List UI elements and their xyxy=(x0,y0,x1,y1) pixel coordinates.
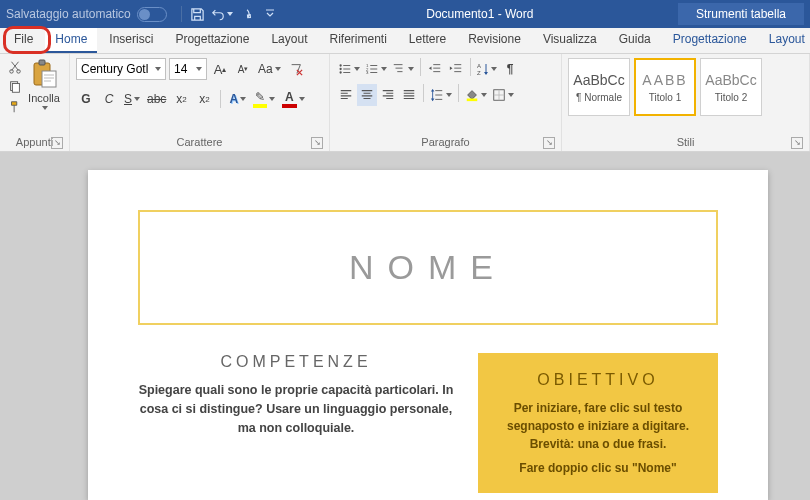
paste-dropdown-icon[interactable] xyxy=(42,106,48,110)
tab-file[interactable]: File xyxy=(4,28,43,53)
svg-rect-15 xyxy=(467,99,478,102)
style-titolo1[interactable]: AABB Titolo 1 xyxy=(634,58,696,116)
text-effects-icon[interactable]: A xyxy=(227,88,248,110)
obiettivo-section[interactable]: OBIETTIVO Per iniziare, fare clic sul te… xyxy=(478,353,718,493)
titlebar: Salvataggio automatico Documento1 - Word… xyxy=(0,0,810,28)
obiettivo-body1[interactable]: Per iniziare, fare clic sul testo segnap… xyxy=(494,399,702,453)
superscript-button[interactable]: x2 xyxy=(194,88,214,110)
tab-layout[interactable]: Layout xyxy=(261,28,317,53)
autosave-label: Salvataggio automatico xyxy=(6,7,131,21)
tab-guida[interactable]: Guida xyxy=(609,28,661,53)
font-launcher-icon[interactable]: ↘ xyxy=(311,137,323,149)
tab-progettazione[interactable]: Progettazione xyxy=(165,28,259,53)
style-normale[interactable]: AaBbCc ¶ Normale xyxy=(568,58,630,116)
italic-button[interactable]: C xyxy=(99,88,119,110)
shading-icon[interactable] xyxy=(463,84,489,106)
save-icon[interactable] xyxy=(187,3,209,25)
group-label-font: Carattere xyxy=(177,136,223,148)
tab-visualizza[interactable]: Visualizza xyxy=(533,28,607,53)
competenze-body[interactable]: Spiegare quali sono le proprie capacità … xyxy=(138,381,454,437)
ribbon: Incolla Appunti↘ Century Gotl 14 A▴ A▾ A… xyxy=(0,54,810,152)
borders-icon[interactable] xyxy=(490,84,516,106)
paste-label[interactable]: Incolla xyxy=(28,92,60,104)
svg-text:Z: Z xyxy=(477,70,481,76)
underline-button[interactable]: S xyxy=(122,88,142,110)
svg-point-8 xyxy=(339,68,341,70)
paste-icon[interactable] xyxy=(28,58,60,90)
highlight-icon[interactable]: ✎ xyxy=(251,88,277,110)
document-area: NOME COMPETENZE Spiegare quali sono le p… xyxy=(0,152,810,500)
align-center-icon[interactable] xyxy=(357,84,377,106)
increase-indent-icon[interactable] xyxy=(446,58,466,80)
tab-inserisci[interactable]: Inserisci xyxy=(99,28,163,53)
name-placeholder-box[interactable]: NOME xyxy=(138,210,718,325)
group-clipboard: Incolla Appunti↘ xyxy=(0,54,70,151)
svg-point-9 xyxy=(339,71,341,73)
table-tools-context: Strumenti tabella xyxy=(678,3,804,25)
svg-rect-3 xyxy=(12,84,19,93)
font-size-select[interactable]: 14 xyxy=(169,58,207,80)
group-label-styles: Stili xyxy=(677,136,695,148)
sort-icon[interactable]: AZ xyxy=(475,58,499,80)
redo-icon[interactable] xyxy=(235,3,257,25)
group-label-clipboard: Appunti xyxy=(16,136,53,148)
undo-icon[interactable] xyxy=(211,3,233,25)
obiettivo-heading[interactable]: OBIETTIVO xyxy=(494,371,702,389)
competenze-heading[interactable]: COMPETENZE xyxy=(138,353,454,371)
svg-text:A: A xyxy=(477,63,481,69)
tab-table-progettazione[interactable]: Progettazione xyxy=(663,28,757,53)
svg-text:3: 3 xyxy=(366,70,369,75)
grow-font-icon[interactable]: A▴ xyxy=(210,58,230,80)
bold-button[interactable]: G xyxy=(76,88,96,110)
tab-lettere[interactable]: Lettere xyxy=(399,28,456,53)
font-color-icon[interactable]: A xyxy=(280,88,307,110)
shrink-font-icon[interactable]: A▾ xyxy=(233,58,253,80)
justify-icon[interactable] xyxy=(399,84,419,106)
tab-table-layout[interactable]: Layout xyxy=(759,28,810,53)
bullets-icon[interactable] xyxy=(336,58,362,80)
decrease-indent-icon[interactable] xyxy=(425,58,445,80)
paragraph-launcher-icon[interactable]: ↘ xyxy=(543,137,555,149)
svg-point-7 xyxy=(339,64,341,66)
clipboard-launcher-icon[interactable]: ↘ xyxy=(51,137,63,149)
tab-riferimenti[interactable]: Riferimenti xyxy=(319,28,396,53)
document-title: Documento1 - Word xyxy=(282,7,678,21)
group-paragraph: 123 AZ ¶ Paragrafo↘ xyxy=(330,54,562,151)
ribbon-tabs: File Home Inserisci Progettazione Layout… xyxy=(0,28,810,54)
group-styles: AaBbCc ¶ Normale AABB Titolo 1 AaBbCc Ti… xyxy=(562,54,810,151)
group-label-paragraph: Paragrafo xyxy=(421,136,469,148)
line-spacing-icon[interactable] xyxy=(428,84,454,106)
svg-rect-5 xyxy=(39,60,45,65)
show-marks-icon[interactable]: ¶ xyxy=(500,58,520,80)
name-text[interactable]: NOME xyxy=(140,248,716,287)
styles-launcher-icon[interactable]: ↘ xyxy=(791,137,803,149)
tab-home[interactable]: Home xyxy=(45,28,97,53)
svg-rect-6 xyxy=(42,71,56,87)
format-painter-icon[interactable] xyxy=(6,98,24,116)
page[interactable]: NOME COMPETENZE Spiegare quali sono le p… xyxy=(88,170,768,500)
strikethrough-button[interactable]: abc xyxy=(145,88,168,110)
group-font: Century Gotl 14 A▴ A▾ Aa G C S abc x2 x2… xyxy=(70,54,330,151)
change-case-icon[interactable]: Aa xyxy=(256,58,283,80)
clear-formatting-icon[interactable] xyxy=(286,58,306,80)
font-name-select[interactable]: Century Gotl xyxy=(76,58,166,80)
numbering-icon[interactable]: 123 xyxy=(363,58,389,80)
copy-icon[interactable] xyxy=(6,78,24,96)
qat-separator xyxy=(181,6,182,22)
tab-revisione[interactable]: Revisione xyxy=(458,28,531,53)
align-right-icon[interactable] xyxy=(378,84,398,106)
cut-icon[interactable] xyxy=(6,58,24,76)
qat-customize-icon[interactable] xyxy=(259,3,281,25)
style-titolo2[interactable]: AaBbCc Titolo 2 xyxy=(700,58,762,116)
align-left-icon[interactable] xyxy=(336,84,356,106)
multilevel-list-icon[interactable] xyxy=(390,58,416,80)
obiettivo-body2[interactable]: Fare doppio clic su "Nome" xyxy=(494,461,702,475)
subscript-button[interactable]: x2 xyxy=(171,88,191,110)
competenze-section[interactable]: COMPETENZE Spiegare quali sono le propri… xyxy=(138,353,454,493)
autosave-toggle[interactable] xyxy=(137,7,167,22)
